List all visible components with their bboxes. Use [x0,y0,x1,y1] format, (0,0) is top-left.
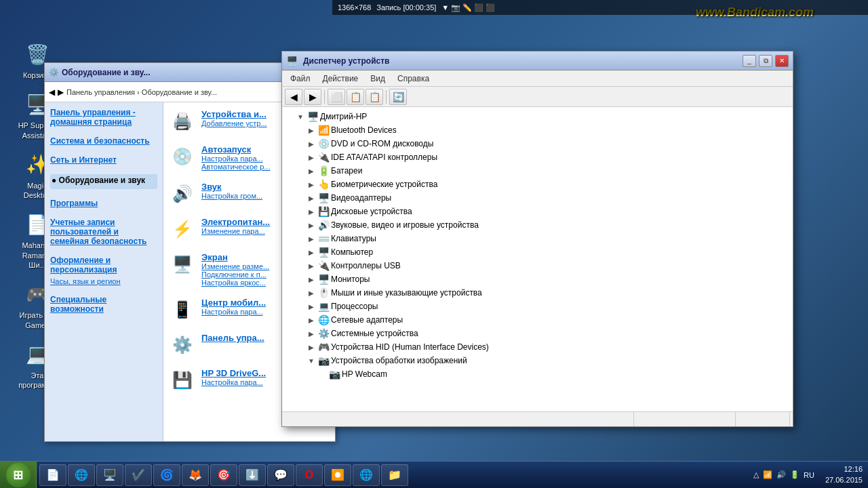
tree-row-network[interactable]: ▶ 🌐 Сетевые адаптеры [285,313,790,327]
tree-row-root[interactable]: ▼ 🖥️ Дмитрий-HP [285,110,790,123]
tree-row-imaging[interactable]: ▼ 📷 Устройства обработки изображений [285,354,790,367]
tree-expand-dvd[interactable]: ▶ [307,139,316,148]
cp-sidebar-network[interactable]: Сеть и Интернет [50,155,157,165]
tree-expand-imaging[interactable]: ▼ [307,356,316,365]
devices-title[interactable]: Устройства и... [201,109,267,119]
power-sub[interactable]: Изменение пара... [201,227,270,235]
cp-accounts-link[interactable]: Учетные записи пользователей и семейная … [50,218,157,246]
dm-back-button[interactable]: ◀ [285,89,302,105]
dm-menu-file[interactable]: Файл [285,73,316,85]
panel2-title[interactable]: Панель упра... [201,333,264,343]
taskbar-item-chrome[interactable]: 🎯 [210,464,237,486]
mobile-sub[interactable]: Настройка пара... [201,308,266,316]
cp-programs-link[interactable]: Программы [50,199,157,208]
tree-expand-video[interactable]: ▶ [307,193,316,203]
cp-sidebar-accounts[interactable]: Учетные записи пользователей и семейная … [50,218,157,246]
sound-title[interactable]: Звук [201,182,262,192]
taskbar-item-av[interactable]: ✔️ [125,464,152,486]
taskbar-item-torrent[interactable]: ⬇️ [239,464,266,486]
screen-sub2[interactable]: Подключение к п... [201,270,269,279]
autoplay-sub[interactable]: Настройка пара... [201,155,270,163]
tree-expand-keyboard[interactable]: ▶ [307,234,316,243]
taskbar-item-hp2[interactable]: 🖥️ [96,464,123,486]
back-icon[interactable]: ◀ [49,87,55,97]
tree-expand-ide[interactable]: ▶ [307,152,316,162]
tree-expand-computer[interactable]: ▶ [307,247,316,257]
tree-expand-usb[interactable]: ▶ [307,261,316,270]
dm-forward-button[interactable]: ▶ [304,89,321,105]
dm-menu-view[interactable]: Вид [365,73,391,85]
cp-sidebar-programs[interactable]: Программы [50,199,157,208]
cp-hardware-link[interactable]: ● Оборудование и звук [52,176,156,185]
dm-minimize-button[interactable]: _ [743,55,756,67]
taskbar-item-ff[interactable]: 🦊 [182,464,209,486]
tree-expand-mice[interactable]: ▶ [307,288,316,298]
forward-icon[interactable]: ▶ [58,87,64,97]
tree-expand-monitors[interactable]: ▶ [307,274,316,284]
tree-row-system[interactable]: ▶ ⚙️ Системные устройства [285,327,790,340]
tree-row-cpu[interactable]: ▶ 💻 Процессоры [285,300,790,313]
dm-properties-button[interactable]: 📋 [347,89,364,105]
tree-row-usb[interactable]: ▶ 🔌 Контроллеры USB [285,259,790,272]
cp-sidebar-home[interactable]: Панель управления - домашняя страница [50,108,157,127]
tree-expand-root[interactable]: ▼ [296,112,305,121]
taskbar-item-lang[interactable]: 🌐 [353,464,380,486]
taskbar-item-fm[interactable]: 📁 [381,464,408,486]
cp-personalization-link[interactable]: Оформление и персонализация [50,256,157,274]
tree-row-video[interactable]: ▶ 🖥️ Видеоадаптеры [285,191,790,205]
screen-title[interactable]: Экран [201,252,269,262]
tree-row-keyboard[interactable]: ▶ ⌨️ Клавиатуры [285,232,790,245]
devices-sub[interactable]: Добавление устр... [201,119,267,127]
tree-expand-biometric[interactable]: ▶ [307,180,316,189]
tree-row-webcam[interactable]: 📷 HP Webcam [285,367,790,381]
cp-security-link[interactable]: Система и безопасность [50,136,157,146]
tree-row-monitors[interactable]: ▶ 🖥️ Мониторы [285,272,790,286]
tree-expand-audio[interactable]: ▶ [307,220,316,230]
tree-expand-disk[interactable]: ▶ [307,207,316,216]
tree-expand-system[interactable]: ▶ [307,329,316,338]
autoplay-sub2[interactable]: Автоматическое р... [201,163,270,171]
tree-row-computer[interactable]: ▶ 🖥️ Компьютер [285,245,790,259]
tree-expand-network[interactable]: ▶ [307,315,316,325]
hp3d-title[interactable]: HP 3D DriveG... [201,368,266,378]
tree-row-bluetooth[interactable]: ▶ 📶 Bluetooth Devices [285,123,790,137]
power-title[interactable]: Электропитан... [201,217,270,227]
taskbar-item-skype[interactable]: 💬 [267,464,294,486]
cp-time-link[interactable]: Часы, язык и регион [50,277,157,285]
tree-expand-cpu[interactable]: ▶ [307,302,316,311]
tree-row-dvd[interactable]: ▶ 💿 DVD и CD-ROM дисководы [285,137,790,150]
dm-menu-help[interactable]: Справка [392,73,435,85]
tree-row-audio[interactable]: ▶ 🔊 Звуковые, видео и игровые устройства [285,218,790,232]
cp-network-link[interactable]: Сеть и Интернет [50,155,157,165]
tray-lang[interactable]: RU [804,471,814,479]
screen-sub[interactable]: Изменение разме... [201,262,269,270]
tree-expand-battery[interactable]: ▶ [307,166,316,176]
start-orb[interactable]: ⊞ [6,463,31,487]
taskbar-item-ie[interactable]: 🌐 [68,464,95,486]
tree-row-disk[interactable]: ▶ 💾 Дисковые устройства [285,205,790,218]
dm-restore-button[interactable]: ⧉ [759,55,772,67]
start-button[interactable]: ⊞ [0,462,37,489]
mobile-title[interactable]: Центр мобил... [201,298,266,308]
cp-sidebar-accessibility[interactable]: Специальные возможности [50,295,157,314]
tree-expand-hid[interactable]: ▶ [307,342,316,352]
cp-sidebar-security[interactable]: Система и безопасность [50,136,157,146]
dm-refresh-button[interactable]: ⬜ [328,89,345,105]
dm-menu-action[interactable]: Действие [317,73,364,85]
dm-help-button[interactable]: 🔄 [389,89,407,105]
autoplay-title[interactable]: Автозапуск [201,144,270,155]
cp-sidebar-hardware[interactable]: ● Оборудование и звук [50,174,157,189]
tray-expand[interactable]: △ [753,470,759,479]
cp-accessibility-link[interactable]: Специальные возможности [50,295,157,314]
dm-close-button[interactable]: ✕ [775,55,789,67]
tray-volume[interactable]: 🔊 [776,470,786,479]
taskbar-item-word[interactable]: 📄 [39,464,66,486]
taskbar-clock[interactable]: 12:16 27.06.2015 [820,464,868,485]
tree-row-battery[interactable]: ▶ 🔋 Батареи [285,164,790,178]
taskbar-item-ie2[interactable]: 🌀 [153,464,180,486]
dm-update-button[interactable]: 📋 [366,89,383,105]
tree-row-biometric[interactable]: ▶ 👆 Биометрические устройства [285,178,790,191]
screen-sub3[interactable]: Настройка яркос... [201,279,269,287]
tree-row-ide[interactable]: ▶ 🔌 IDE ATA/ATAPI контроллеры [285,150,790,164]
sound-sub[interactable]: Настройка гром... [201,192,262,200]
